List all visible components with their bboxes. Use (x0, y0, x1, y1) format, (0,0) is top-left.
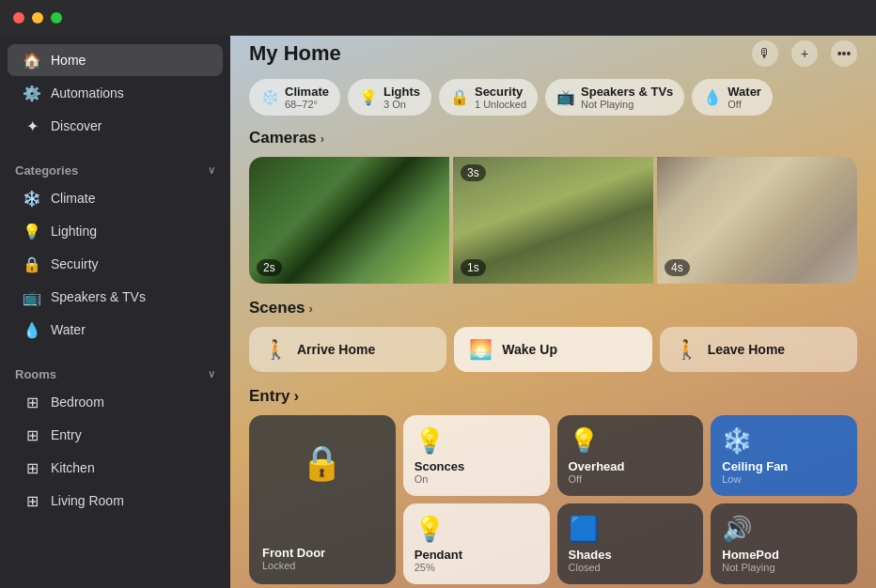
status-pills: ❄️ Climate 68–72° 💡 Lights 3 On 🔒 Securi… (249, 79, 857, 116)
camera-1[interactable]: 2s (249, 157, 449, 284)
sidebar-item-climate[interactable]: ❄️ Climate (8, 182, 223, 214)
overhead-card[interactable]: 💡 Overhead Off (557, 415, 704, 496)
minimize-button[interactable] (32, 12, 43, 23)
devices-grid: 🔒 Front Door Locked 💡 Sconces On 💡 Overh… (249, 415, 857, 584)
sidebar-item-discover[interactable]: ✦ Discover (8, 110, 223, 142)
camera-2[interactable]: 3s 1s (453, 157, 653, 284)
sidebar-item-water[interactable]: 💧 Water (8, 314, 223, 346)
maximize-button[interactable] (51, 12, 62, 23)
arrive-home-scene[interactable]: 🚶 Arrive Home (249, 327, 446, 372)
sidebar-item-entry[interactable]: ⊞ Entry (8, 419, 223, 451)
speakers-pill-label: Speakers & TVs (581, 85, 673, 99)
shades-icon: 🟦 (569, 515, 693, 544)
pendant-name: Pendant (415, 548, 539, 562)
shades-name: Shades (569, 548, 693, 562)
leave-home-scene[interactable]: 🚶 Leave Home (660, 327, 857, 372)
homepod-card[interactable]: 🔊 HomePod Not Playing (711, 503, 857, 584)
speakers-pill-sub: Not Playing (581, 99, 673, 110)
main-area: My Home 🎙 + ••• ❄️ Climate 68–72° (230, 0, 876, 588)
categories-chevron[interactable]: ∨ (208, 164, 215, 177)
sconces-name: Sconces (415, 459, 539, 473)
wake-up-scene[interactable]: 🌅 Wake Up (454, 327, 651, 372)
front-door-icon: 🔒 (301, 428, 343, 483)
front-door-card[interactable]: 🔒 Front Door Locked (249, 415, 396, 584)
pendant-card[interactable]: 💡 Pendant 25% (403, 503, 550, 584)
ceiling-fan-card[interactable]: ❄️ Ceiling Fan Low (711, 415, 857, 496)
sconces-icon: 💡 (415, 426, 539, 456)
cameras-arrow: › (321, 132, 324, 146)
sidebar-item-bedroom[interactable]: ⊞ Bedroom (8, 386, 223, 418)
homepod-status: Not Playing (722, 562, 846, 573)
homepod-name: HomePod (722, 548, 846, 562)
sidebar-label-speakers: Speakers & TVs (51, 289, 146, 304)
sidebar-item-kitchen[interactable]: ⊞ Kitchen (8, 452, 223, 484)
rooms-chevron[interactable]: ∨ (208, 368, 215, 380)
categories-section: Categories ∨ (0, 150, 230, 181)
sidebar-item-security[interactable]: 🔒 Secuirty (8, 248, 223, 280)
speakers-pill-icon: 📺 (556, 88, 575, 106)
lights-pill[interactable]: 💡 Lights 3 On (348, 79, 431, 116)
water-pill[interactable]: 💧 Water Off (692, 79, 773, 116)
homepod-icon: 🔊 (722, 515, 846, 544)
shades-status: Closed (569, 562, 693, 573)
sidebar-item-speakers[interactable]: 📺 Speakers & TVs (8, 281, 223, 313)
siri-icon: 🎙 (759, 46, 772, 61)
siri-button[interactable]: 🎙 (752, 40, 778, 67)
water-icon: 💧 (23, 320, 41, 339)
ceiling-fan-icon: ❄️ (722, 426, 846, 456)
security-pill-label: Security (475, 85, 526, 99)
camera-3[interactable]: 4s (657, 157, 857, 284)
sidebar-label-security: Secuirty (51, 256, 99, 271)
lights-pill-label: Lights (383, 85, 420, 99)
camera-2-label-3s: 3s (461, 164, 486, 181)
plus-icon: + (801, 46, 808, 61)
discover-icon: ✦ (23, 116, 41, 135)
entry-section-title[interactable]: Entry › (249, 387, 857, 406)
climate-pill-sub: 68–72° (285, 99, 329, 110)
sidebar-label-discover: Discover (51, 118, 102, 133)
bedroom-icon: ⊞ (23, 393, 41, 411)
sidebar-label-climate: Climate (51, 191, 95, 206)
wake-up-label: Wake Up (502, 342, 557, 357)
sidebar-item-lighting[interactable]: 💡 Lighting (8, 215, 223, 247)
sconces-card[interactable]: 💡 Sconces On (403, 415, 550, 496)
front-door-name: Front Door (262, 546, 325, 560)
sidebar-item-home[interactable]: 🏠 Home (8, 44, 223, 76)
sidebar-label-water: Water (51, 322, 86, 337)
sidebar-item-automations[interactable]: ⚙️ Automations (8, 77, 223, 109)
entry-arrow: › (293, 387, 299, 406)
cameras-section-title[interactable]: Cameras › (249, 129, 857, 147)
climate-pill[interactable]: ❄️ Climate 68–72° (249, 79, 340, 116)
arrive-home-label: Arrive Home (297, 342, 375, 357)
camera-2-label: 1s (461, 259, 486, 276)
sidebar-label-lighting: Lighting (51, 224, 97, 239)
header: My Home 🎙 + ••• (230, 36, 876, 71)
add-button[interactable]: + (791, 40, 818, 67)
climate-icon: ❄️ (23, 189, 41, 208)
shades-card[interactable]: 🟦 Shades Closed (557, 503, 704, 584)
sidebar-item-livingroom[interactable]: ⊞ Living Room (8, 485, 223, 517)
sidebar-label-automations: Automations (51, 85, 124, 101)
security-pill[interactable]: 🔒 Security 1 Unlocked (439, 79, 538, 116)
sidebar-label-home: Home (51, 53, 86, 68)
titlebar (0, 0, 876, 36)
cameras-label: Cameras (249, 129, 317, 147)
close-button[interactable] (13, 12, 24, 23)
ceiling-fan-status: Low (722, 473, 846, 485)
front-door-status: Locked (262, 560, 325, 571)
security-pill-icon: 🔒 (450, 88, 469, 106)
categories-label: Categories (15, 163, 78, 178)
arrive-home-icon: 🚶 (264, 338, 288, 361)
overhead-icon: 💡 (569, 426, 693, 456)
cameras-grid: 2s 3s 1s 4s (249, 157, 857, 284)
pendant-icon: 💡 (415, 515, 539, 544)
speakers-pill[interactable]: 📺 Speakers & TVs Not Playing (545, 79, 684, 116)
sidebar-label-bedroom: Bedroom (51, 395, 104, 410)
more-button[interactable]: ••• (831, 40, 857, 67)
lighting-icon: 💡 (23, 222, 41, 240)
sidebar-label-entry: Entry (51, 427, 82, 442)
ellipsis-icon: ••• (837, 46, 852, 61)
scenes-section-title[interactable]: Scenes › (249, 299, 857, 317)
ceiling-fan-name: Ceiling Fan (722, 459, 846, 473)
lights-pill-icon: 💡 (359, 88, 378, 106)
